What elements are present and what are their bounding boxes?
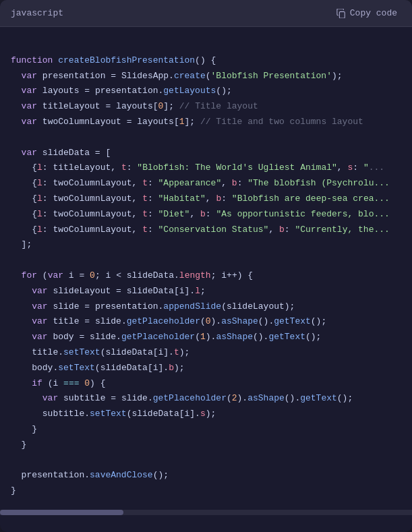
code-line: if (i === 0) { xyxy=(0,376,412,392)
code-line: {l: twoColumnLayout, t: "Diet", b: "As o… xyxy=(0,207,412,223)
code-line: } xyxy=(0,483,412,499)
code-line: for (var i = 0; i < slideData.length; i+… xyxy=(0,268,412,284)
copy-button[interactable]: Copy code xyxy=(332,7,401,20)
code-header: javascript Copy code xyxy=(0,0,412,27)
code-line xyxy=(0,253,412,268)
code-line: {l: twoColumnLayout, t: "Conservation St… xyxy=(0,223,412,238)
code-body: function createBlobfishPresentation() { … xyxy=(0,27,412,510)
code-line xyxy=(0,130,412,146)
code-line: var layouts = presentation.getLayouts(); xyxy=(0,84,412,99)
code-line: {l: twoColumnLayout, t: "Appearance", b:… xyxy=(0,176,412,191)
copy-icon xyxy=(336,9,346,18)
code-line: {l: titleLayout, t: "Blobfish: The World… xyxy=(0,160,412,176)
copy-label: Copy code xyxy=(350,8,397,18)
code-line: function createBlobfishPresentation() { xyxy=(0,53,412,69)
code-line: var subtitle = slide.getPlaceholder(2).a… xyxy=(0,391,412,407)
code-line: var body = slide.getPlaceholder(1).asSha… xyxy=(0,330,412,345)
code-line: } xyxy=(0,422,412,438)
svg-rect-0 xyxy=(339,11,345,18)
code-line: {l: twoColumnLayout, t: "Habitat", b: "B… xyxy=(0,191,412,207)
code-line xyxy=(0,453,412,469)
code-line: var title = slide.getPlaceholder(0).asSh… xyxy=(0,314,412,330)
scrollbar-thumb[interactable] xyxy=(0,510,123,515)
code-line: var slideData = [ xyxy=(0,146,412,161)
code-line: subtitle.setText(slideData[i].s); xyxy=(0,407,412,422)
code-line: presentation.saveAndClose(); xyxy=(0,468,412,483)
code-line: var slideLayout = slideData[i].l; xyxy=(0,284,412,299)
code-line: var slide = presentation.appendSlide(sli… xyxy=(0,299,412,315)
code-line: var presentation = SlidesApp.create('Blo… xyxy=(0,69,412,84)
scrollbar-track[interactable] xyxy=(0,510,412,515)
code-line: } xyxy=(0,438,412,453)
code-line: title.setText(slideData[i].t); xyxy=(0,345,412,361)
code-window: javascript Copy code function createBlob… xyxy=(0,0,412,532)
language-label: javascript xyxy=(11,8,63,18)
code-line: ]; xyxy=(0,237,412,253)
code-line xyxy=(0,38,412,53)
code-line: body.setText(slideData[i].b); xyxy=(0,361,412,376)
code-line: var titleLayout = layouts[0]; // Title l… xyxy=(0,99,412,115)
code-line: var twoColumnLayout = layouts[1]; // Tit… xyxy=(0,115,412,130)
